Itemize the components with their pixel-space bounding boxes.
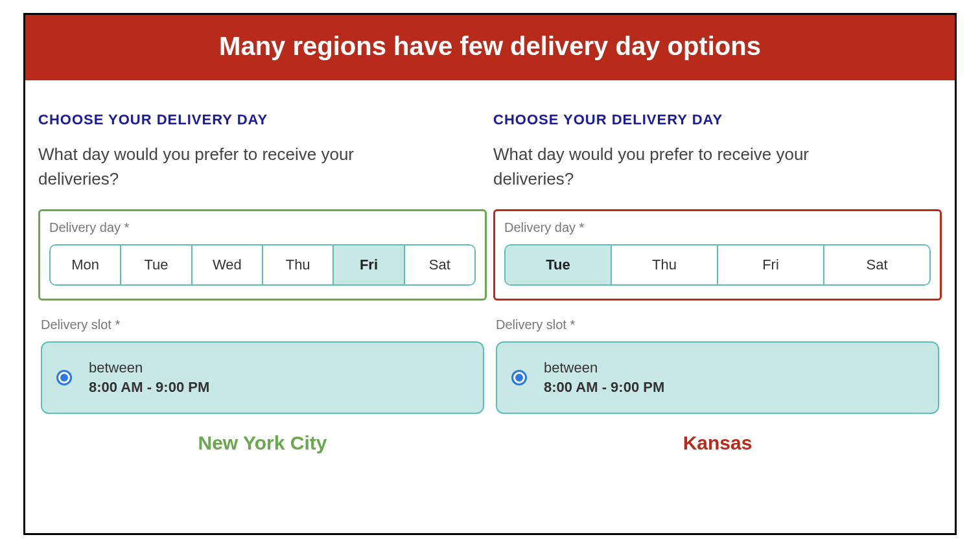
day-option-sat[interactable]: Sat (405, 245, 474, 284)
delivery-slot-label-right: Delivery slot * (496, 317, 939, 332)
column-right: CHOOSE YOUR DELIVERY DAY What day would … (493, 111, 942, 533)
day-option-mon[interactable]: Mon (51, 245, 121, 284)
day-option-sat[interactable]: Sat (824, 245, 929, 284)
day-option-fri[interactable]: Fri (718, 245, 824, 284)
city-label-right: Kansas (493, 432, 942, 454)
slot-text-left: between 8:00 AM - 9:00 PM (89, 358, 209, 396)
slot-section-left: Delivery slot * between 8:00 AM - 9:00 P… (38, 317, 487, 413)
day-option-wed[interactable]: Wed (192, 245, 263, 284)
day-option-tue[interactable]: Tue (506, 245, 612, 284)
radio-checked-icon (56, 370, 72, 385)
slot-between-word: between (544, 358, 664, 378)
slot-between-word: between (89, 358, 209, 378)
delivery-slot-label-left: Delivery slot * (41, 317, 484, 332)
column-left: CHOOSE YOUR DELIVERY DAY What day would … (38, 111, 487, 533)
slot-time-range: 8:00 AM - 9:00 PM (89, 378, 209, 397)
delivery-day-label-left: Delivery day * (49, 220, 476, 235)
prompt-text-left: What day would you prefer to receive you… (38, 143, 401, 191)
day-selector-left: MonTueWedThuFriSat (49, 244, 476, 286)
day-option-thu[interactable]: Thu (612, 245, 718, 284)
slot-option-left[interactable]: between 8:00 AM - 9:00 PM (41, 341, 484, 413)
banner-title: Many regions have few delivery day optio… (25, 15, 955, 80)
radio-checked-icon (511, 370, 527, 385)
slot-text-right: between 8:00 AM - 9:00 PM (544, 358, 664, 396)
slot-section-right: Delivery slot * between 8:00 AM - 9:00 P… (493, 317, 942, 413)
day-option-fri[interactable]: Fri (334, 245, 404, 284)
day-highlight-right: Delivery day * TueThuFriSat (493, 209, 942, 301)
delivery-day-label-right: Delivery day * (504, 220, 931, 235)
content-area: CHOOSE YOUR DELIVERY DAY What day would … (25, 80, 955, 533)
slot-time-range: 8:00 AM - 9:00 PM (544, 378, 664, 397)
day-selector-right: TueThuFriSat (504, 244, 931, 286)
day-option-thu[interactable]: Thu (263, 245, 334, 284)
section-title-right: CHOOSE YOUR DELIVERY DAY (493, 111, 942, 128)
comparison-frame: Many regions have few delivery day optio… (23, 13, 957, 535)
prompt-text-right: What day would you prefer to receive you… (493, 143, 856, 191)
section-title-left: CHOOSE YOUR DELIVERY DAY (38, 111, 487, 128)
day-option-tue[interactable]: Tue (121, 245, 192, 284)
day-highlight-left: Delivery day * MonTueWedThuFriSat (38, 209, 487, 301)
slot-option-right[interactable]: between 8:00 AM - 9:00 PM (496, 341, 939, 413)
city-label-left: New York City (38, 432, 487, 454)
